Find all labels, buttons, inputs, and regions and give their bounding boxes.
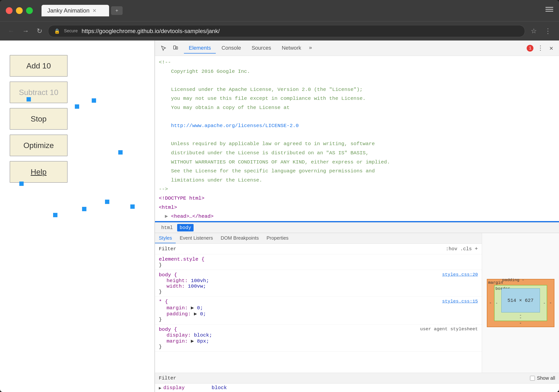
breadcrumb-html[interactable]: html — [159, 224, 175, 232]
css-source-styles15[interactable]: styles.css:15 — [442, 299, 478, 304]
error-count-badge: 1 — [527, 45, 533, 52]
styles-add-rule-button[interactable]: + — [475, 246, 478, 252]
css-prop-width: width: 100vw; — [159, 284, 478, 289]
devtools-panel: Elements Console Sources Network » 1 ⋮ ✕… — [154, 41, 559, 392]
css-prop-height: height: 100vh; — [159, 278, 478, 284]
styles-filter-bar: Filter :hov .cls + — [155, 244, 482, 254]
html-line-distributed: distributed under the License is distrib… — [155, 149, 559, 158]
box-border-left: - — [495, 301, 498, 305]
html-line-see: See the License for the specific languag… — [155, 167, 559, 176]
maximize-button[interactable] — [26, 7, 33, 14]
styles-tab-event-listeners[interactable]: Event Listeners — [176, 233, 217, 243]
devtools-close-button[interactable]: ✕ — [547, 42, 555, 54]
computed-panel: Filter Show all ▶ display block — [155, 373, 559, 392]
back-button[interactable]: ← — [6, 25, 16, 37]
css-close-brace-3: } — [159, 317, 478, 322]
html-line-blank2 — [155, 112, 559, 122]
box-model: margin - - - border - - - padding - 514 … — [482, 233, 559, 373]
minimize-button[interactable] — [16, 7, 23, 14]
css-selector-star: * { — [159, 299, 168, 304]
css-source-ua: user agent stylesheet — [420, 326, 478, 332]
box-border-right: - — [543, 301, 545, 305]
tab-console[interactable]: Console — [217, 43, 246, 53]
styles-tabs: Styles Event Listeners DOM Breakpoints P… — [155, 233, 482, 244]
tab-title: Janky Animation — [47, 7, 90, 14]
devtools-toolbar: Elements Console Sources Network » 1 ⋮ ✕ — [155, 41, 559, 56]
computed-row-display: ▶ display block — [155, 383, 559, 392]
html-line-head: ▶ <head>…</head> — [155, 212, 559, 221]
title-bar: Janky Animation ✕ + — [0, 0, 559, 21]
tab-network[interactable]: Network — [277, 43, 306, 53]
styles-left: Styles Event Listeners DOM Breakpoints P… — [155, 233, 482, 373]
customize-chrome-icon[interactable] — [545, 7, 553, 14]
styles-tab-dom-breakpoints[interactable]: DOM Breakpoints — [217, 233, 263, 243]
html-line-doctype: <!DOCTYPE html> — [155, 194, 559, 203]
computed-arrow-display[interactable]: ▶ — [159, 385, 161, 391]
computed-filter-input[interactable]: Filter — [159, 375, 176, 381]
stop-button[interactable]: Stop — [10, 108, 68, 130]
devtools-menu-button[interactable]: ⋮ — [535, 42, 545, 54]
tab-sources[interactable]: Sources — [247, 43, 276, 53]
animated-square-6 — [105, 200, 109, 204]
url-text: https://googlechrome.github.io/devtools-… — [82, 28, 220, 35]
new-tab-button[interactable]: + — [111, 6, 123, 15]
html-line-license3: You may obtain a copy of the License at — [155, 103, 559, 112]
animated-square-8 — [130, 205, 135, 209]
html-line-license2: you may not use this file except in comp… — [155, 94, 559, 103]
add10-button[interactable]: Add 10 — [10, 55, 68, 77]
forward-button[interactable]: → — [20, 25, 31, 37]
address-input[interactable]: 🔒 Secure https://googlechrome.github.io/… — [48, 25, 525, 37]
more-tabs-button[interactable]: » — [307, 43, 314, 53]
computed-val-display: block — [212, 385, 227, 391]
animated-square-2 — [75, 104, 79, 109]
css-source-styles20[interactable]: styles.css:20 — [442, 272, 478, 277]
buttons-panel: Add 10 Subtract 10 Stop Optimize Help — [0, 41, 154, 197]
css-prop-margin: margin: ▶ 0; — [159, 305, 478, 311]
close-button[interactable] — [6, 7, 13, 14]
box-margin-bottom: - — [519, 321, 522, 326]
subtract10-button[interactable]: Subtract 10 — [10, 81, 68, 103]
html-line-comment-open: <!-- — [155, 58, 559, 67]
css-rule-body-1: body { styles.css:20 height: 100vh; widt… — [155, 270, 482, 297]
inspect-element-icon[interactable] — [159, 43, 168, 53]
breadcrumb-body[interactable]: body — [177, 224, 194, 232]
styles-filter-pseudo[interactable]: :hov .cls — [446, 246, 472, 252]
optimize-button[interactable]: Optimize — [10, 134, 68, 156]
svg-rect-1 — [545, 9, 553, 10]
css-prop-display: display: block; — [159, 332, 478, 338]
css-close-brace-1: } — [159, 262, 478, 268]
browser-tab[interactable]: Janky Animation ✕ — [42, 5, 109, 16]
styles-filter-input[interactable]: Filter — [159, 246, 443, 252]
box-margin-left: - — [489, 301, 492, 305]
css-close-brace-2: } — [159, 289, 478, 294]
svg-rect-3 — [174, 46, 176, 49]
box-margin-right: - — [549, 301, 552, 305]
device-toolbar-icon[interactable] — [170, 43, 180, 53]
traffic-lights — [6, 7, 33, 14]
tab-elements[interactable]: Elements — [184, 43, 216, 53]
chrome-menu-icon[interactable]: ⋮ — [543, 25, 553, 37]
animated-square-1 — [92, 98, 96, 103]
show-all-label: Show all — [537, 375, 555, 381]
show-all-row: Show all — [530, 375, 555, 381]
bookmark-icon[interactable]: ☆ — [529, 25, 539, 37]
show-all-checkbox[interactable] — [530, 376, 535, 381]
css-rule-element-style: element.style { } — [155, 254, 482, 270]
svg-rect-4 — [176, 47, 178, 49]
tab-close-button[interactable]: ✕ — [93, 8, 97, 14]
main-area: Add 10 Subtract 10 Stop Optimize Help — [0, 41, 559, 392]
animated-square-7 — [82, 207, 86, 211]
box-margin-label: margin — [488, 280, 503, 285]
reload-button[interactable]: ↻ — [35, 25, 44, 37]
animated-square-9 — [53, 213, 57, 217]
styles-tab-styles[interactable]: Styles — [155, 233, 176, 243]
devtools-tabs: Elements Console Sources Network » — [184, 43, 314, 53]
box-content: 514 × 627 — [501, 288, 540, 312]
html-line-apache-link: http://www.apache.org/licenses/LICENSE-2… — [155, 121, 559, 130]
animated-square-4 — [27, 97, 31, 101]
styles-tab-properties[interactable]: Properties — [263, 233, 292, 243]
help-button[interactable]: Help — [10, 161, 68, 183]
html-line-license1: Licensed under the Apache License, Versi… — [155, 85, 559, 94]
address-bar: ← → ↻ 🔒 Secure https://googlechrome.gith… — [0, 21, 559, 41]
box-border: border - - - padding - 514 × 627 - — [494, 285, 547, 321]
